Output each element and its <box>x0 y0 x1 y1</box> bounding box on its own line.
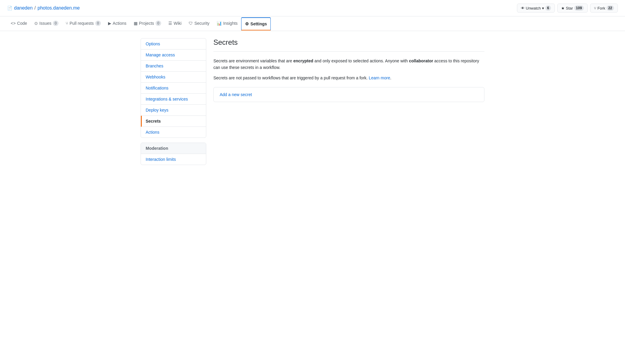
settings-icon: ⚙ <box>245 21 249 26</box>
tab-projects[interactable]: ▦ Projects 0 <box>130 16 165 31</box>
actions-icon: ▶ <box>108 21 111 26</box>
projects-badge: 0 <box>156 21 161 26</box>
sidebar-item-branches[interactable]: Branches <box>141 61 206 72</box>
repo-name-link[interactable]: photos.daneden.me <box>38 5 80 11</box>
tab-actions[interactable]: ▶ Actions <box>104 17 130 30</box>
desc2-pre: Secrets are not passed to workflows that… <box>213 75 369 80</box>
sidebar-item-notifications[interactable]: Notifications <box>141 83 206 94</box>
description-1: Secrets are environment variables that a… <box>213 58 484 71</box>
star-count: 109 <box>574 5 584 11</box>
tab-wiki-label: Wiki <box>174 21 181 26</box>
sidebar: Options Manage access Branches Webhooks … <box>141 38 206 170</box>
main-content: Options Manage access Branches Webhooks … <box>133 31 492 177</box>
tab-issues-label: Issues <box>39 21 51 26</box>
page-title: Secrets <box>213 38 484 52</box>
tab-pr-label: Pull requests <box>70 21 94 26</box>
sidebar-item-actions[interactable]: Actions <box>141 127 206 138</box>
code-icon: <> <box>11 21 16 26</box>
desc1-bold1: encrypted <box>293 58 313 63</box>
top-bar: 📄 daneden / photos.daneden.me 👁 Unwatch … <box>0 0 625 16</box>
sidebar-item-secrets[interactable]: Secrets <box>141 116 206 127</box>
tab-insights[interactable]: 📊 Insights <box>213 17 241 30</box>
add-secret-box: Add a new secret <box>213 87 484 102</box>
sidebar-item-options[interactable]: Options <box>141 38 206 50</box>
issues-badge: 0 <box>53 21 59 26</box>
repo-icon: 📄 <box>7 6 12 10</box>
tab-settings[interactable]: ⚙ Settings <box>241 17 271 30</box>
sidebar-item-integrations[interactable]: Integrations & services <box>141 94 206 105</box>
tab-code[interactable]: <> Code <box>7 17 31 30</box>
wiki-icon: ☰ <box>168 21 172 26</box>
tab-projects-label: Projects <box>139 21 154 26</box>
tab-actions-label: Actions <box>113 21 127 26</box>
watch-icon: 👁 <box>521 6 525 10</box>
sidebar-moderation-header: Moderation <box>141 143 206 154</box>
fork-icon: ⑂ <box>594 6 596 10</box>
nav-tabs: <> Code ⊙ Issues 0 ⑂ Pull requests 0 ▶ A… <box>0 16 625 31</box>
insights-icon: 📊 <box>217 21 222 26</box>
sidebar-item-manage-access[interactable]: Manage access <box>141 50 206 61</box>
tab-pull-requests[interactable]: ⑂ Pull requests 0 <box>62 16 104 31</box>
description-2: Secrets are not passed to workflows that… <box>213 75 484 81</box>
fork-count: 22 <box>606 5 614 11</box>
pr-icon: ⑂ <box>66 21 68 26</box>
watch-label: Unwatch <box>526 6 541 10</box>
desc1-pre: Secrets are environment variables that a… <box>213 58 293 63</box>
repo-separator: / <box>34 5 36 11</box>
desc1-mid: and only exposed to selected actions. An… <box>313 58 409 63</box>
fork-label: Fork <box>598 6 605 10</box>
security-icon: 🛡 <box>189 21 193 26</box>
add-secret-link[interactable]: Add a new secret <box>220 92 252 97</box>
tab-code-label: Code <box>17 21 27 26</box>
tab-issues[interactable]: ⊙ Issues 0 <box>31 16 62 31</box>
watch-button[interactable]: 👁 Unwatch ▾ 6 <box>517 4 555 13</box>
sidebar-item-webhooks[interactable]: Webhooks <box>141 72 206 83</box>
projects-icon: ▦ <box>134 21 138 26</box>
star-label: Star <box>566 6 573 10</box>
issues-icon: ⊙ <box>34 21 38 26</box>
tab-security[interactable]: 🛡 Security <box>185 17 213 30</box>
star-icon: ★ <box>561 6 565 10</box>
tab-insights-label: Insights <box>223 21 238 26</box>
star-button[interactable]: ★ Star 109 <box>557 4 588 13</box>
fork-button[interactable]: ⑂ Fork 22 <box>590 4 618 13</box>
repo-owner-link[interactable]: daneden <box>14 5 33 11</box>
learn-more-link[interactable]: Learn more <box>369 75 390 80</box>
repo-actions: 👁 Unwatch ▾ 6 ★ Star 109 ⑂ Fork 22 <box>517 4 618 13</box>
watch-count: 6 <box>545 5 551 11</box>
sidebar-moderation-section: Moderation Interaction limits <box>141 143 206 165</box>
sidebar-item-deploy-keys[interactable]: Deploy keys <box>141 105 206 116</box>
repo-title: 📄 daneden / photos.daneden.me <box>7 5 80 11</box>
tab-settings-label: Settings <box>250 21 267 26</box>
tab-security-label: Security <box>194 21 210 26</box>
pr-badge: 0 <box>95 21 101 26</box>
desc1-bold2: collaborator <box>409 58 433 63</box>
desc2-post: . <box>390 75 391 80</box>
sidebar-item-interaction-limits[interactable]: Interaction limits <box>141 154 206 165</box>
sidebar-main-section: Options Manage access Branches Webhooks … <box>141 38 206 138</box>
content-area: Secrets Secrets are environment variable… <box>213 38 484 170</box>
tab-wiki[interactable]: ☰ Wiki <box>165 17 185 30</box>
